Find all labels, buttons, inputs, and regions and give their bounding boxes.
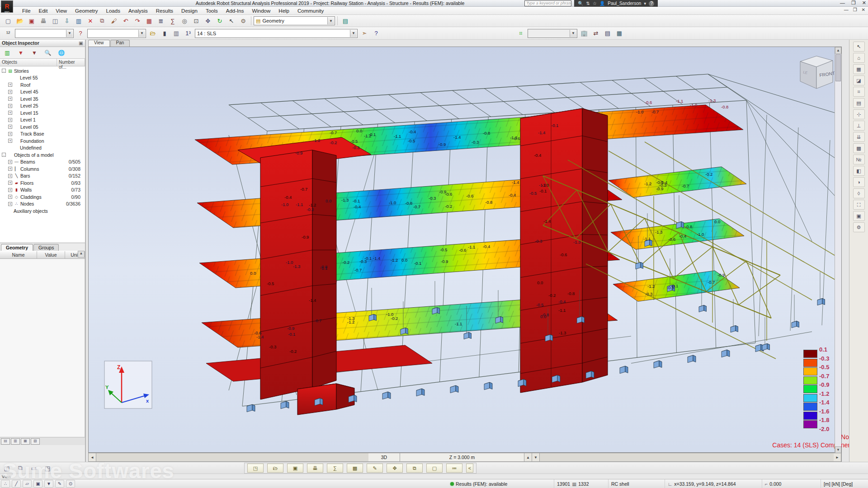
help-search-input[interactable]: Type a keyword or phrase xyxy=(524,0,571,6)
tree-item-columns[interactable]: +▏Columns0/308 xyxy=(0,165,85,173)
maximize-button[interactable]: ❐ xyxy=(851,0,856,6)
save-drawing-icon[interactable]: ▣ xyxy=(287,464,303,473)
chevron-down-icon[interactable]: ▾ xyxy=(644,1,646,6)
viewport-vertical-scrollbar[interactable]: ▲ ▼ xyxy=(835,47,841,453)
new-file-icon[interactable]: ▢ xyxy=(3,16,14,26)
filter-delete-icon[interactable]: ▼ xyxy=(30,48,39,57)
open-icon[interactable]: 📂 xyxy=(14,16,25,26)
view-3d-window-icon[interactable]: ◳ xyxy=(42,463,53,473)
layout-selector[interactable]: ▤ Geometry ▼ xyxy=(254,16,335,25)
tree-item-walls[interactable]: +▮Walls0/73 xyxy=(0,187,85,194)
expand-icon[interactable]: + xyxy=(8,111,12,115)
chevron-down-icon[interactable]: ▼ xyxy=(570,30,576,37)
layout-print-icon[interactable]: 🖶 xyxy=(307,464,323,473)
view-3d-tool-icon[interactable]: ◳ xyxy=(247,464,264,473)
tree-item-level-25[interactable]: +Level 25 xyxy=(0,103,85,110)
horizontal-scroll-track[interactable] xyxy=(540,453,834,461)
redo-icon[interactable]: ↷ xyxy=(132,16,143,26)
open-drawing-icon[interactable]: 🗁 xyxy=(267,464,283,473)
user-avatar-icon[interactable]: 👤 xyxy=(599,1,605,6)
column-number-of[interactable]: Number of... xyxy=(57,59,85,66)
selection-icon[interactable]: ↖ xyxy=(226,16,237,26)
section-view-icon[interactable]: ◪ xyxy=(853,75,865,85)
shadow-view-icon[interactable]: ◑ xyxy=(853,177,865,187)
mesh-display-icon[interactable]: ▩ xyxy=(853,143,865,153)
display-settings-icon[interactable]: ⚙ xyxy=(853,222,865,232)
pointer-select-icon[interactable]: ➣ xyxy=(359,28,370,38)
view-window-tab[interactable]: View xyxy=(2,474,11,479)
new-window-icon[interactable]: ▢ xyxy=(426,464,443,473)
expand-icon[interactable]: + xyxy=(8,167,12,171)
columns-filter-icon[interactable]: ▥ xyxy=(3,48,12,57)
tree-item-level-45[interactable]: +Level 45 xyxy=(0,89,85,96)
swap-view-icon[interactable]: ⇄ xyxy=(590,28,601,38)
view-mode-cell[interactable]: 3D xyxy=(368,453,400,461)
zoom-window-icon[interactable]: ⊡ xyxy=(191,16,202,26)
menu-geometry[interactable]: Geometry xyxy=(71,8,102,14)
render-view-icon[interactable]: ◧ xyxy=(853,166,865,176)
tab-d-icon[interactable]: ▧ xyxy=(31,438,40,445)
building-view-icon[interactable]: 🏢 xyxy=(579,28,590,38)
scroll-up-icon[interactable]: ▲ xyxy=(78,251,85,258)
scroll-up-icon[interactable]: ▲ xyxy=(835,47,841,54)
window-tile-icon[interactable]: ◫ xyxy=(1,463,12,473)
zoom-extents-icon[interactable]: ⛶ xyxy=(853,200,865,210)
updown-icon[interactable]: ⇅ xyxy=(586,1,590,6)
units-indicator[interactable]: [m] [kN] [Deg] xyxy=(821,479,855,488)
collapse-icon[interactable]: - xyxy=(2,69,6,73)
view-manager-icon[interactable]: ▤ xyxy=(340,16,351,26)
properties-icon[interactable]: ≔ xyxy=(446,464,462,473)
panel-menu-icon[interactable]: ▣ xyxy=(79,40,83,46)
tab-a-icon[interactable]: ▤ xyxy=(1,438,10,445)
print-preview-icon[interactable]: ◫ xyxy=(50,16,61,26)
tab-c-icon[interactable]: ▦ xyxy=(21,438,30,445)
context-help-icon[interactable]: ? xyxy=(371,28,382,38)
menu-window[interactable]: Window xyxy=(248,8,274,14)
tree-item-track-base[interactable]: +Track Base xyxy=(0,131,85,138)
delete-icon[interactable]: ✕ xyxy=(85,16,96,26)
binoculars-icon[interactable]: 🔍 xyxy=(578,1,583,6)
tree-item-undefined[interactable]: Undefined xyxy=(0,145,85,152)
screen-capture-icon[interactable]: ▥ xyxy=(73,16,84,26)
snap-settings-icon[interactable]: ⊙ xyxy=(66,480,75,488)
filter-selection-icon[interactable]: ▼ xyxy=(44,480,53,488)
chevron-down-icon[interactable]: ▼ xyxy=(350,30,357,37)
bar-question-icon[interactable]: ? xyxy=(75,28,86,38)
camera-view-icon[interactable]: ▣ xyxy=(853,211,865,221)
print-icon[interactable]: 🖶 xyxy=(38,16,49,26)
expand-icon[interactable]: + xyxy=(8,160,12,164)
layers-icon[interactable]: ▤ xyxy=(853,98,865,108)
favorites-star-icon[interactable]: ☆ xyxy=(593,1,597,6)
scroll-right-icon[interactable]: ► xyxy=(834,453,841,461)
expand-icon[interactable]: + xyxy=(8,97,12,101)
bar-selection-combo[interactable]: ▼ xyxy=(87,29,146,38)
loads-display-icon[interactable]: ⇊ xyxy=(853,132,865,142)
select-panels-icon[interactable]: ▱ xyxy=(23,480,32,488)
rotate-3d-icon[interactable]: ↻ xyxy=(214,16,225,26)
mdi-restore-button[interactable]: ❐ xyxy=(853,7,857,12)
import-icon[interactable]: ⇩ xyxy=(61,16,72,26)
undo-icon[interactable]: ↶ xyxy=(120,16,131,26)
horizontal-scroll-track[interactable] xyxy=(96,453,368,461)
tree-item-bars[interactable]: +╲Bars0/152 xyxy=(0,173,85,180)
close-button[interactable]: ✕ xyxy=(862,0,866,6)
menu-view[interactable]: View xyxy=(52,8,71,14)
tab-pan[interactable]: Pan xyxy=(110,40,130,47)
copy-object-icon[interactable]: ⧉ xyxy=(406,464,423,473)
tab-view[interactable]: View xyxy=(88,40,110,47)
select-arrow-icon[interactable]: ↖ xyxy=(853,42,865,52)
help-icon[interactable]: ? xyxy=(649,1,654,6)
expand-icon[interactable]: + xyxy=(8,104,12,108)
signed-in-user[interactable]: Paul_Sanderson xyxy=(608,1,641,6)
expand-icon[interactable]: + xyxy=(8,202,12,206)
grid-display-icon[interactable]: ⌗ xyxy=(853,87,865,97)
menu-results[interactable]: Results xyxy=(152,8,177,14)
node-numbers-icon[interactable]: ¹² xyxy=(3,28,14,38)
tree-item-nodes[interactable]: +∴Nodes0/3636 xyxy=(0,201,85,208)
edit-object-icon[interactable]: ✎ xyxy=(367,464,383,473)
level-down-icon[interactable]: ▼ xyxy=(532,453,540,461)
filter-edit-icon[interactable]: ▼ xyxy=(16,48,25,57)
tree-item-level-1[interactable]: +Level 1 xyxy=(0,117,85,124)
tab-b-icon[interactable]: ▥ xyxy=(11,438,20,445)
scrollbar-thumb[interactable] xyxy=(835,54,841,81)
